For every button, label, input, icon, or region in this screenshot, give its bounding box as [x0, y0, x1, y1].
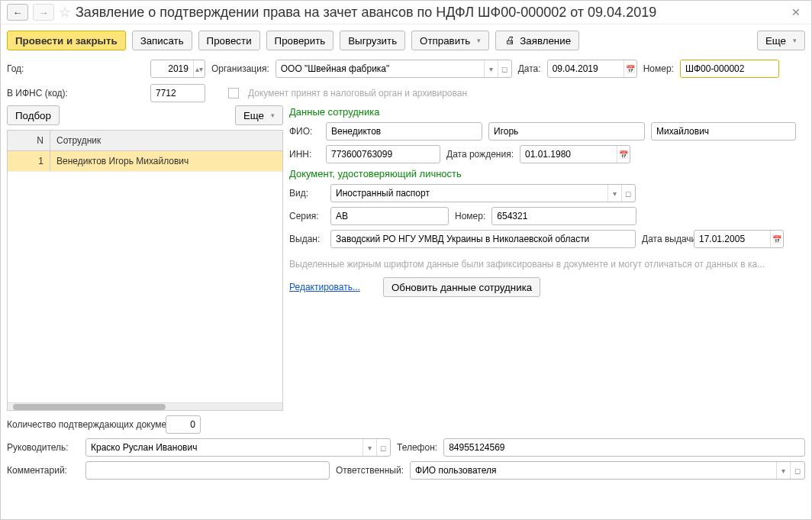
org-input[interactable]: [276, 63, 485, 74]
kind-label: Вид:: [289, 188, 324, 199]
post-button[interactable]: Провести: [198, 31, 260, 50]
docnum-label: Номер:: [455, 211, 485, 221]
row-number: 1: [8, 151, 50, 171]
send-button[interactable]: Отправить: [411, 31, 489, 50]
ifns-label: В ИФНС (код):: [7, 88, 144, 99]
scrollbar-thumb[interactable]: [13, 404, 166, 410]
more-button[interactable]: Еще: [757, 31, 805, 50]
horizontal-scrollbar[interactable]: [8, 402, 282, 410]
archived-label: Документ принят в налоговый орган и архи…: [248, 88, 467, 99]
series-input[interactable]: [331, 211, 448, 221]
comment-label: Комментарий:: [7, 465, 79, 476]
export-button[interactable]: Выгрузить: [340, 31, 405, 50]
head-input[interactable]: [86, 442, 362, 453]
pick-button[interactable]: Подбор: [7, 105, 60, 125]
kind-dropdown-icon[interactable]: ▾: [607, 185, 621, 202]
ifns-input[interactable]: [151, 88, 205, 99]
nav-forward-button[interactable]: →: [33, 4, 54, 21]
application-button[interactable]: Заявление: [495, 31, 579, 50]
year-spinner-icon[interactable]: ▴▾: [193, 60, 205, 77]
printer-icon: [504, 34, 516, 47]
resp-label: Ответственный:: [336, 465, 404, 476]
issue-date-input[interactable]: [694, 234, 770, 244]
phone-label: Телефон:: [397, 442, 437, 453]
inn-label: ИНН:: [289, 149, 320, 160]
year-input[interactable]: [151, 63, 193, 74]
date-calendar-icon[interactable]: 📅: [624, 60, 636, 77]
count-input[interactable]: [166, 419, 200, 430]
application-label: Заявление: [520, 35, 571, 47]
number-label: Номер:: [643, 63, 674, 74]
issue-date-label: Дата выдачи:: [642, 234, 688, 244]
employees-table: N Сотрудник 1 Венедиктов Игорь Михайлови…: [7, 130, 283, 411]
resp-open-icon[interactable]: ◻: [790, 462, 804, 479]
issue-date-calendar-icon[interactable]: 📅: [770, 231, 783, 247]
write-button[interactable]: Записать: [132, 31, 192, 50]
nav-back-button[interactable]: ←: [7, 4, 28, 21]
number-input[interactable]: [681, 63, 778, 74]
issued-label: Выдан:: [289, 234, 324, 244]
docnum-input[interactable]: [492, 211, 636, 221]
update-employee-button[interactable]: Обновить данные сотрудника: [383, 277, 540, 297]
hint-text: Выделенные жирным шрифтом данные были за…: [289, 259, 805, 270]
favorite-star-icon[interactable]: ☆: [59, 4, 71, 21]
close-icon[interactable]: ✕: [787, 6, 805, 18]
head-dropdown-icon[interactable]: ▾: [362, 439, 376, 456]
dob-input[interactable]: [520, 149, 617, 160]
count-label: Количество подтверждающих документов:: [7, 419, 160, 430]
col-employee-header[interactable]: Сотрудник: [50, 131, 282, 150]
phone-input[interactable]: [444, 442, 804, 453]
org-open-icon[interactable]: ◻: [498, 60, 511, 77]
resp-dropdown-icon[interactable]: ▾: [776, 462, 791, 479]
dob-calendar-icon[interactable]: 📅: [617, 146, 630, 163]
table-more-button[interactable]: Еще: [235, 105, 283, 125]
comment-input[interactable]: [86, 465, 329, 476]
issued-input[interactable]: [331, 234, 635, 244]
head-label: Руководитель:: [7, 442, 79, 453]
col-n-header[interactable]: N: [8, 131, 50, 150]
table-row[interactable]: 1 Венедиктов Игорь Михайлович: [8, 151, 282, 172]
archived-checkbox: [228, 88, 239, 99]
lastname-input[interactable]: [327, 126, 482, 137]
row-employee: Венедиктов Игорь Михайлович: [50, 151, 282, 171]
doc-section-title: Документ, удостоверяющий личность: [289, 168, 805, 179]
edit-link[interactable]: Редактировать...: [289, 282, 360, 292]
inn-input[interactable]: [327, 149, 440, 160]
dob-label: Дата рождения:: [446, 149, 514, 160]
firstname-input[interactable]: [489, 126, 644, 137]
doc-kind-input[interactable]: [331, 188, 607, 199]
year-label: Год:: [7, 63, 144, 74]
date-input[interactable]: [548, 63, 624, 74]
head-open-icon[interactable]: ◻: [376, 439, 390, 456]
org-label: Организация:: [211, 63, 269, 74]
post-and-close-button[interactable]: Провести и закрыть: [7, 31, 126, 50]
series-label: Серия:: [289, 211, 324, 221]
middlename-input[interactable]: [652, 126, 795, 137]
kind-open-icon[interactable]: ◻: [621, 185, 635, 202]
date-label: Дата:: [518, 63, 541, 74]
org-dropdown-icon[interactable]: ▾: [484, 60, 498, 77]
fio-label: ФИО:: [289, 126, 320, 137]
check-button[interactable]: Проверить: [266, 31, 334, 50]
employee-section-title: Данные сотрудника: [289, 106, 805, 118]
window-title: Заявление о подтверждении права на зачет…: [76, 5, 782, 21]
resp-input[interactable]: [411, 465, 776, 476]
